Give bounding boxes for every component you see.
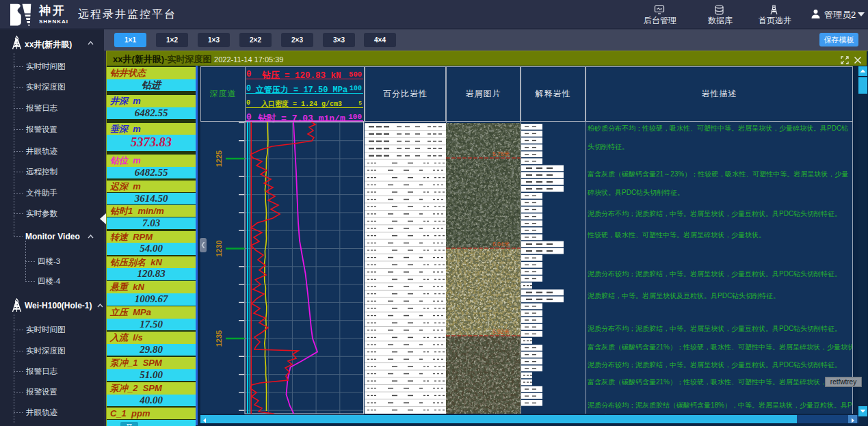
svg-text:5.92米: 5.92米 — [492, 328, 510, 335]
svg-text:1235: 1235 — [215, 330, 223, 347]
svg-text:6.04米: 6.04米 — [492, 241, 510, 248]
svg-text:1230: 1230 — [215, 240, 223, 256]
svg-text:1225: 1225 — [215, 150, 223, 167]
svg-text:5.78米: 5.78米 — [492, 150, 510, 157]
